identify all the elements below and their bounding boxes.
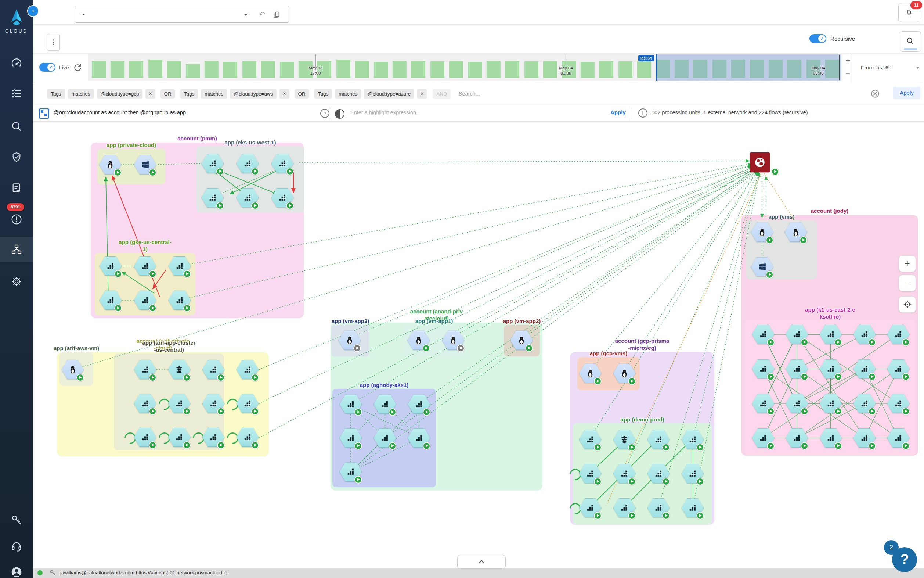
internet-node[interactable]: [750, 153, 770, 172]
filter-apply-button[interactable]: Apply: [893, 87, 920, 99]
sidebar-expand-button[interactable]: ›: [27, 5, 39, 17]
play-badge: [696, 478, 704, 485]
alert-icon: [11, 213, 23, 225]
filter-search-input[interactable]: Search...: [459, 91, 480, 97]
map-zoom-out-button[interactable]: −: [899, 275, 916, 291]
last-6h-badge: last 6h: [638, 55, 654, 62]
sidebar-item-search[interactable]: [11, 120, 23, 132]
sidebar-item-profile[interactable]: [11, 566, 23, 578]
play-badge: [868, 338, 876, 346]
play-badge: [902, 408, 910, 415]
group-label: app (arif-app-cluster-us-central): [142, 339, 195, 353]
timeline-bar: [374, 62, 388, 78]
play-badge: [217, 408, 225, 415]
play-badge: [801, 442, 808, 450]
group-label: app (vm-app3): [332, 317, 369, 325]
remove-filter-icon[interactable]: ✕: [280, 89, 289, 99]
highlight-toggle[interactable]: [335, 109, 345, 119]
timeline-bar: [543, 61, 557, 78]
filter-joiner-chip[interactable]: OR: [295, 89, 309, 99]
recursive-toggle[interactable]: ✓: [809, 34, 826, 43]
timeline-bar: [261, 61, 275, 78]
help-icon[interactable]: ?: [320, 109, 329, 118]
sidebar-item-alerts[interactable]: [11, 213, 23, 225]
headset-icon: [11, 541, 23, 552]
highlight-apply-button[interactable]: Apply: [610, 109, 626, 115]
play-badge: [662, 443, 670, 451]
sidebar-item-credentials[interactable]: [11, 514, 23, 526]
play-badge: [801, 338, 808, 346]
filter-chips[interactable]: Tagsmatches@cloud:type=gcp✕ORTagsmatches…: [47, 88, 480, 99]
play-badge: [251, 374, 259, 382]
copy-icon[interactable]: [272, 10, 281, 21]
topology-canvas[interactable]: account (pmm)app (private-cloud)app (eks…: [0, 121, 924, 568]
time-range-select[interactable]: From last 6h: [852, 54, 924, 83]
view-selector-combobox[interactable]: ~ ↶: [74, 6, 289, 23]
filter-value-chip[interactable]: @cloud:type=aws: [230, 89, 277, 99]
map-center-button[interactable]: [899, 296, 916, 313]
sidebar-item-reports[interactable]: [11, 182, 23, 194]
sidebar-item-policies[interactable]: [11, 88, 23, 99]
undo-icon[interactable]: ↶: [259, 10, 265, 19]
clear-filter-icon[interactable]: [871, 89, 880, 100]
play-badge: [594, 478, 602, 485]
graph-search-button[interactable]: [900, 31, 921, 52]
map-zoom-in-button[interactable]: +: [899, 255, 916, 272]
sidebar-item-dashboard[interactable]: [11, 58, 23, 70]
group-label: app (demo-prod): [620, 416, 664, 423]
remove-filter-icon[interactable]: ✕: [146, 89, 155, 99]
timeline-histogram[interactable]: May 0317:00May 0401:00May 0409:00last 6h: [88, 54, 839, 81]
play-badge: [286, 167, 294, 175]
filter-chip[interactable]: matches: [68, 89, 94, 99]
help-button[interactable]: ?: [892, 547, 917, 572]
more-options-button[interactable]: ⋮: [47, 34, 60, 51]
refresh-button[interactable]: [73, 62, 82, 73]
filter-joiner-chip[interactable]: OR: [160, 89, 175, 99]
timeline-bar: [243, 61, 256, 78]
group-label: app (aghody-aks1): [360, 382, 409, 388]
play-badge: [251, 167, 259, 175]
stop-badge: [353, 344, 361, 352]
play-badge: [251, 202, 259, 209]
play-badge: [149, 441, 157, 449]
filter-chip[interactable]: matches: [335, 89, 361, 99]
selection-end-handle[interactable]: [839, 55, 840, 81]
sidebar-item-settings[interactable]: [11, 276, 23, 287]
sidebar-item-support[interactable]: [11, 541, 23, 552]
timeline-row: ✓ Live May 0317:00May 0401:00May 0409:00…: [33, 54, 924, 83]
play-badge: [766, 271, 774, 279]
play-badge: [662, 512, 670, 520]
sidebar-item-network-topology[interactable]: [11, 244, 23, 255]
notifications-button[interactable]: 11: [898, 3, 920, 22]
timeline-bar: [524, 62, 538, 78]
highlight-expression-input[interactable]: Enter a highlight expression...: [350, 109, 421, 115]
group-by-expression[interactable]: @org:cloudaccount as account then @org:g…: [53, 109, 186, 115]
sidebar-item-compliance[interactable]: [11, 151, 23, 163]
play-badge: [594, 443, 602, 451]
timeline-bar: [581, 62, 595, 78]
divider: [631, 107, 631, 119]
play-badge: [388, 442, 396, 450]
filter-chip[interactable]: Tags: [314, 89, 332, 99]
filter-chip[interactable]: matches: [201, 89, 227, 99]
filter-value-chip[interactable]: @cloud:type=gcp: [97, 89, 143, 99]
filter-value-chip[interactable]: @cloud:type=azure: [364, 89, 414, 99]
avatar-icon: [11, 566, 23, 578]
play-badge: [388, 408, 396, 416]
chevron-down-icon: [916, 67, 919, 69]
expand-panel-button[interactable]: [457, 555, 506, 569]
play-badge: [834, 442, 842, 450]
timeline-bar: [599, 61, 613, 78]
play-badge: [76, 374, 84, 382]
play-badge: [114, 169, 121, 176]
filter-chip[interactable]: Tags: [180, 89, 198, 99]
remove-filter-icon[interactable]: ✕: [417, 89, 427, 99]
play-badge: [902, 373, 910, 381]
play-badge: [594, 377, 602, 385]
play-badge: [767, 442, 775, 450]
search-icon: [906, 37, 914, 45]
filter-chip[interactable]: Tags: [47, 89, 65, 99]
combobox-value: ~: [81, 11, 85, 17]
live-toggle[interactable]: ✓: [39, 63, 55, 71]
topology-icon: [11, 244, 23, 255]
